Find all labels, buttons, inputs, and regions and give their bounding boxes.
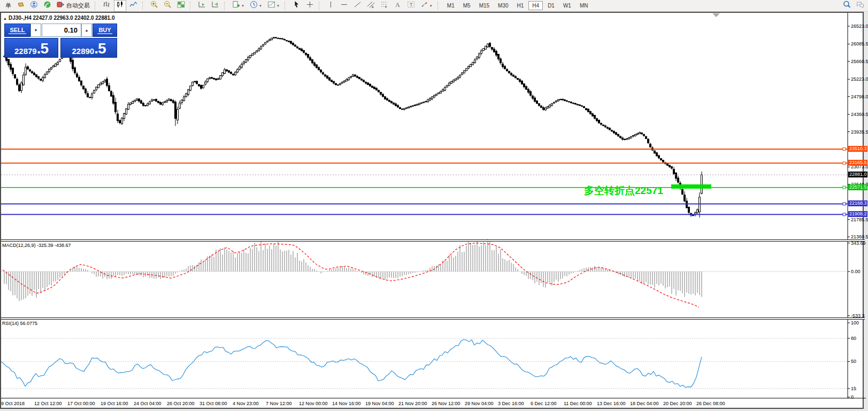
auto-trading-icon: [57, 1, 65, 11]
toolbar-separator: [190, 2, 193, 10]
zoom-out-button[interactable]: [162, 0, 174, 12]
rsi-scale-label: 0: [851, 394, 854, 400]
price-axis-tick: 25223.0: [851, 76, 868, 82]
price-axis-tick: 24798.0: [851, 94, 868, 99]
zoom-in-button[interactable]: [148, 0, 160, 12]
terminal-button[interactable]: [14, 0, 27, 12]
horizontal-line-button[interactable]: [338, 0, 350, 12]
rsi-scale-label: 80: [851, 336, 856, 341]
time-axis-label: 18 Dec 04:00: [630, 401, 659, 406]
text-button[interactable]: A: [391, 0, 404, 12]
price-axis-tick: 23935.5: [851, 129, 868, 135]
auto-scroll-icon: [198, 1, 206, 11]
volume-decrease-button[interactable]: ▼: [30, 24, 41, 37]
arrows-button[interactable]: ▼: [418, 0, 435, 12]
vertical-line-button[interactable]: [325, 0, 337, 12]
support-line-2-price-label: 21908.2: [848, 211, 867, 217]
price-axis-tick: 26085.5: [851, 41, 868, 46]
auto-scroll-button[interactable]: [196, 0, 208, 12]
signals-button[interactable]: [41, 0, 53, 12]
svg-text:E: E: [372, 5, 374, 9]
line-chart-icon: [129, 1, 137, 11]
buy-price[interactable]: 22890.5: [60, 38, 117, 58]
volume-input[interactable]: 0.10: [42, 24, 81, 37]
new-order-button[interactable]: 单: [2, 0, 13, 12]
pivot-line[interactable]: [1, 186, 848, 189]
pivot-annotation-text[interactable]: 多空转折点22571: [584, 184, 663, 198]
timeframe-H1-button[interactable]: H1: [513, 1, 528, 10]
time-axis-label: 26 Oct 20:00: [167, 401, 195, 406]
time-axis-label: 29 Nov 04:00: [465, 401, 494, 406]
timeframe-H4-button[interactable]: H4: [528, 1, 543, 10]
sell-price[interactable]: 22879.5: [4, 38, 58, 58]
text-label-icon: T: [407, 1, 415, 11]
timeframe-M15-button[interactable]: M15: [475, 1, 493, 10]
resistance-line-1[interactable]: [1, 148, 848, 150]
volume-increase-button[interactable]: ▲: [81, 24, 92, 37]
timeframe-M5-button[interactable]: M5: [459, 1, 474, 10]
chart-canvas: [0, 0, 868, 411]
chat-button[interactable]: [854, 0, 866, 12]
toolbar-separator: [437, 2, 441, 10]
trendline-icon: [354, 1, 362, 11]
timeframe-M1-button[interactable]: M1: [443, 1, 458, 10]
auto-trading-button[interactable]: 自动交易: [55, 0, 92, 12]
bar-chart-button[interactable]: [101, 0, 113, 12]
timeframe-MN-button[interactable]: MN: [576, 1, 592, 10]
tile-windows-icon: [177, 1, 185, 11]
equidistant-channel-button[interactable]: E: [365, 0, 377, 12]
timeframe-M30-button[interactable]: M30: [494, 1, 512, 10]
timeframe-D1-button[interactable]: D1: [544, 1, 558, 10]
pivot-highlight-bar[interactable]: [671, 184, 711, 189]
search-icon: [843, 1, 851, 11]
resistance-line-1-price-label: 23510.3: [848, 146, 867, 152]
fibonacci-button[interactable]: F: [378, 0, 390, 12]
pane-separator-rsi[interactable]: [1, 317, 865, 320]
new-chart-button[interactable]: ▼: [230, 0, 247, 12]
time-axis-label: 9 Oct 2018: [1, 401, 25, 406]
tester-icon: [30, 1, 38, 11]
text-label-button[interactable]: T: [405, 0, 417, 12]
toolbar: 单自动交易▼▼▼EFAT▼M1M5M15M30H1H4D1W1MN: [0, 0, 868, 12]
cursor-button[interactable]: [290, 0, 303, 12]
toolbar-separator: [95, 2, 98, 10]
periods-button[interactable]: ▼: [248, 0, 264, 12]
support-line-1[interactable]: [1, 203, 848, 205]
time-axis-label: 24 Oct 04:00: [134, 401, 162, 406]
time-axis-label: 26 Dec 08:00: [696, 401, 725, 406]
line-chart-button[interactable]: [127, 0, 140, 12]
cursor-icon: [293, 1, 301, 11]
support-line-2[interactable]: [1, 213, 848, 216]
zoom-in-icon: [150, 1, 158, 11]
tester-button[interactable]: [28, 0, 40, 12]
terminal-icon: [17, 1, 25, 11]
svg-text:A: A: [395, 1, 400, 9]
trendline-button[interactable]: [351, 0, 364, 12]
crosshair-icon: [306, 1, 314, 11]
buy-button[interactable]: BUY: [93, 24, 117, 37]
time-axis-label: 12 Nov 00:00: [299, 401, 328, 406]
crosshair-button[interactable]: [304, 0, 316, 12]
chart-shift-marker[interactable]: [712, 13, 720, 17]
dropdown-caret-icon: ▼: [276, 4, 280, 7]
candlestick-chart-icon: [116, 1, 124, 11]
timeframe-W1-button[interactable]: W1: [559, 1, 575, 10]
pivot-line-price-label: 22571.5: [848, 184, 867, 190]
support-line-1-price-label: 22168.3: [848, 200, 867, 206]
macd-signal-line: [3, 243, 699, 307]
pane-separator-macd[interactable]: [1, 239, 865, 242]
chart-shift-icon: [211, 1, 219, 11]
tile-windows-button[interactable]: [175, 0, 187, 12]
vertical-line-icon: [327, 1, 335, 11]
indicators-icon: [267, 1, 275, 11]
indicators-button[interactable]: ▼: [265, 0, 282, 12]
candlestick-chart-button[interactable]: [114, 0, 126, 12]
search-button[interactable]: [841, 0, 853, 12]
resistance-line-2[interactable]: [1, 162, 848, 165]
resistance-line-2-price-label: 23165.5: [848, 160, 867, 166]
macd-scale-label: 343.69: [851, 241, 866, 246]
sell-button[interactable]: SELL: [4, 24, 30, 37]
time-axis-label: 7 Nov 12:00: [266, 401, 292, 406]
zoom-out-icon: [164, 1, 172, 11]
chart-shift-button[interactable]: [209, 0, 221, 12]
